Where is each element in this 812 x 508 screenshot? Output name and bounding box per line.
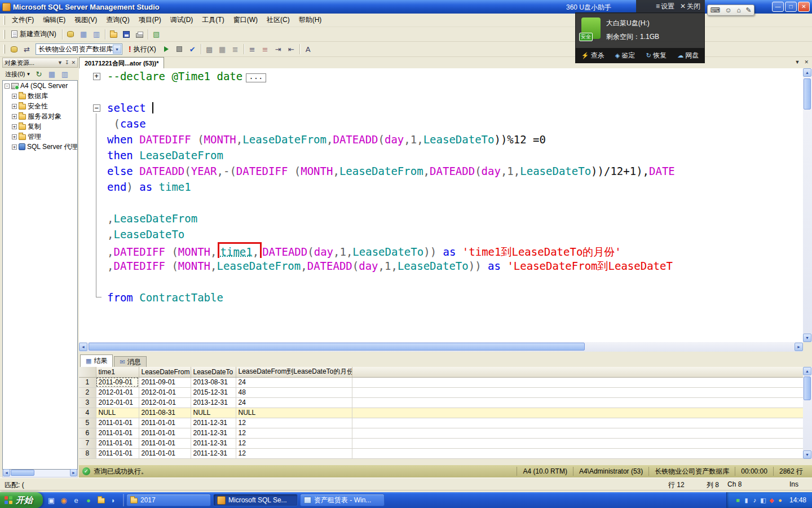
comment-button[interactable]: ≡	[246, 43, 259, 55]
save-button[interactable]	[120, 28, 133, 41]
grid-cell[interactable]: 48	[236, 387, 352, 397]
menu-grip[interactable]	[3, 16, 5, 25]
scroll-up-icon[interactable]: ▲	[803, 367, 811, 375]
tree-expander-icon[interactable]: +	[12, 144, 17, 150]
debug-button[interactable]	[160, 43, 173, 55]
activity-monitor-button[interactable]: ▧	[150, 28, 163, 41]
tab-messages[interactable]: ✉ 消息	[114, 356, 146, 367]
code-line[interactable]	[79, 84, 803, 100]
code-line[interactable]: ,DATEDIFF (MONTH,time1,DATEADD(day,1,Lea…	[79, 242, 803, 258]
grid-cell[interactable]: 2015-12-31	[191, 387, 236, 397]
grid-cell[interactable]: 2011-12-31	[191, 438, 236, 448]
grid-cell[interactable]: 2011-01-01	[139, 438, 191, 448]
folder-quick-icon[interactable]	[96, 495, 106, 505]
tab-results[interactable]: ▦ 结果	[80, 354, 113, 367]
indent-button[interactable]: ⇥	[272, 43, 285, 55]
scroll-left-icon[interactable]: ◄	[79, 343, 87, 351]
analysis-query-button[interactable]: ▦	[77, 28, 90, 41]
column-header[interactable]: LeaseDateFrom到LeaseDateTo的月份	[236, 367, 352, 377]
grid-cell[interactable]: 2011-01-01	[139, 448, 191, 458]
row-number[interactable]: 8	[79, 448, 96, 458]
tree-item[interactable]: +数据库	[3, 91, 77, 101]
scroll-right-icon[interactable]: ►	[70, 469, 77, 476]
fold-expand-icon[interactable]: +	[91, 68, 102, 84]
grid-cell[interactable]: 12	[236, 428, 352, 438]
grid-cell[interactable]: NULL	[96, 408, 139, 418]
scroll-thumb[interactable]	[804, 78, 811, 110]
tree-item[interactable]: +SQL Server 代理	[3, 142, 77, 152]
row-number[interactable]: 2	[79, 387, 96, 397]
code-line[interactable]: when DATEDIFF (MONTH,LeaseDateFrom,DATEA…	[79, 132, 803, 147]
execute-button[interactable]: ! 执行(X)	[125, 43, 160, 55]
menu-item[interactable]: 窗口(W)	[229, 14, 262, 27]
grid-cell[interactable]: NULL	[191, 408, 236, 418]
minimize-button[interactable]: —	[772, 2, 784, 12]
scroll-left-icon[interactable]: ◄	[3, 469, 10, 476]
grid-cell[interactable]: 2011-01-01	[96, 418, 139, 428]
grid-cell[interactable]: 2012-01-01	[96, 387, 139, 397]
tree-expander-icon[interactable]: +	[12, 104, 17, 109]
code-line[interactable]	[79, 274, 803, 290]
grid-cell[interactable]: 2011-01-01	[96, 428, 139, 438]
user-icon[interactable]: ☺	[725, 6, 731, 14]
grid-cell[interactable]: 2011-12-31	[191, 448, 236, 458]
uncomment-button[interactable]: ≡	[259, 43, 272, 55]
combobox-dropdown-icon[interactable]: ▼	[113, 45, 121, 54]
scroll-down-icon[interactable]: ▼	[803, 334, 811, 342]
restore-button[interactable]: ↻恢复	[646, 51, 667, 60]
grid-cell[interactable]: 2011-01-01	[139, 428, 191, 438]
code-line[interactable]: +--declare @Time1 date...	[79, 68, 803, 84]
grid-cell[interactable]: 12	[236, 448, 352, 458]
grid-cell[interactable]: 2013-12-31	[191, 397, 236, 408]
volume-icon[interactable]: ♪	[751, 496, 759, 505]
menu-item[interactable]: 帮助(H)	[294, 14, 326, 27]
keyboard-icon[interactable]: ⌨	[710, 6, 720, 14]
messenger-icon[interactable]: ◗	[108, 495, 118, 505]
grid-cell[interactable]: 2012-01-01	[139, 387, 191, 397]
grid-cell[interactable]: 2012-01-01	[139, 397, 191, 408]
grid-cell[interactable]: 2013-08-31	[191, 377, 236, 387]
filter-button[interactable]: ▦	[45, 68, 58, 80]
grid-cell[interactable]: 2011-01-01	[96, 448, 139, 458]
tree-expander-icon[interactable]: +	[12, 94, 17, 99]
code-line[interactable]: then LeaseDateFrom	[79, 147, 803, 163]
grid-cell[interactable]: 24	[236, 397, 352, 408]
connect-button[interactable]: 连接(0) ▼	[3, 69, 32, 79]
column-header[interactable]: LeaseDateTo	[191, 367, 236, 377]
taskbar-button[interactable]: Microsoft SQL Se...	[213, 494, 298, 506]
home-icon[interactable]: ⌂	[737, 6, 741, 14]
usb-settings-button[interactable]: ≡ 设置	[656, 2, 674, 11]
antivirus-icon[interactable]: ◆	[767, 496, 776, 505]
usb-tray-icon[interactable]: ▮	[742, 496, 751, 505]
scroll-thumb[interactable]	[11, 470, 34, 476]
database-combobox[interactable]: 长铁物业公司资产数据库 ▼	[36, 43, 122, 55]
grid-cell[interactable]: 24	[236, 377, 352, 387]
media-player-icon[interactable]: ◉	[59, 495, 69, 505]
menu-item[interactable]: 调试(D)	[166, 14, 198, 27]
menu-item[interactable]: 视图(V)	[70, 14, 102, 27]
pen-icon[interactable]: ✎	[746, 6, 752, 14]
code-line[interactable]: ,LeaseDateTo	[79, 226, 803, 242]
tree-expander-icon[interactable]: -	[5, 84, 10, 89]
grid-cell[interactable]: 2011-08-31	[139, 408, 191, 418]
code-line[interactable]	[79, 195, 803, 211]
code-line[interactable]: from ContractTable	[79, 290, 803, 305]
grid-cell[interactable]: 2011-12-31	[191, 418, 236, 428]
refresh-button[interactable]: ↻	[32, 68, 45, 80]
column-header[interactable]: LeaseDateFrom	[139, 367, 191, 377]
row-number[interactable]: 7	[79, 438, 96, 448]
tree-expander-icon[interactable]: +	[12, 114, 17, 119]
toolbar-grip[interactable]	[3, 30, 5, 39]
clock-sync-icon[interactable]: ●	[776, 496, 784, 505]
tree-item[interactable]: +安全性	[3, 101, 77, 111]
code-line[interactable]: end) as time1	[79, 179, 803, 195]
scroll-up-icon[interactable]: ▲	[803, 68, 811, 77]
grid-cell[interactable]: 2011-01-01	[96, 438, 139, 448]
open-file-button[interactable]	[107, 28, 120, 41]
outdent-button[interactable]: ⇤	[285, 43, 298, 55]
row-number[interactable]: 3	[79, 397, 96, 408]
tab-close-icon[interactable]: ✕	[804, 59, 809, 65]
menu-item[interactable]: 文件(F)	[7, 14, 38, 27]
tree-expander-icon[interactable]: +	[12, 124, 17, 129]
scroll-thumb[interactable]	[89, 343, 585, 351]
